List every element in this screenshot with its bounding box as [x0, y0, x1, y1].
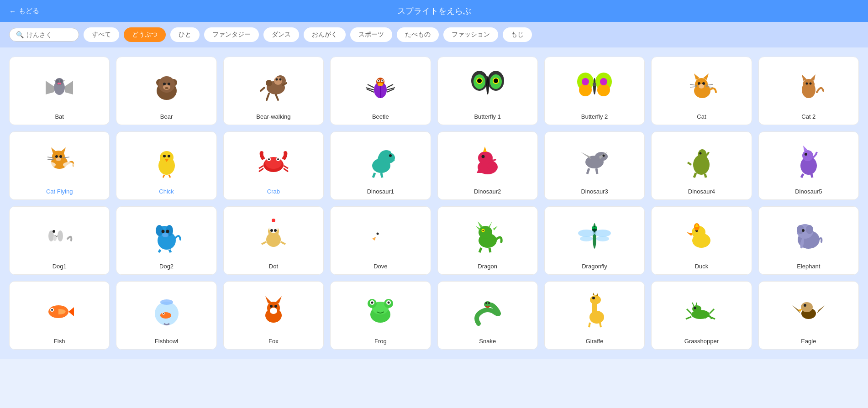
search-box[interactable]: 🔍: [9, 28, 79, 42]
svg-line-234: [710, 309, 714, 314]
svg-line-31: [368, 84, 374, 88]
svg-point-8: [59, 83, 61, 84]
sprite-card-butterfly2[interactable]: Butterfly 2: [544, 57, 645, 125]
sprite-card-frog[interactable]: Frog: [330, 281, 431, 350]
svg-line-103: [259, 168, 263, 172]
svg-line-110: [381, 173, 382, 178]
sprite-card-bear-walking[interactable]: Bear-walking: [223, 57, 324, 125]
svg-point-231: [692, 305, 701, 313]
svg-point-155: [270, 229, 273, 232]
filter-fashion[interactable]: ファッション: [443, 27, 498, 42]
svg-point-57: [582, 78, 589, 85]
svg-point-141: [53, 235, 57, 241]
svg-point-38: [382, 80, 383, 81]
sprite-card-dinosaur2[interactable]: Dinosaur2: [437, 131, 538, 200]
svg-line-109: [373, 173, 375, 178]
sprite-label-elephant: Elephant: [797, 263, 820, 270]
svg-marker-113: [483, 146, 487, 152]
sprite-image-cat-flying: [12, 136, 106, 183]
sprite-card-beetle[interactable]: Beetle: [330, 57, 431, 125]
filter-music[interactable]: おんがく: [304, 27, 346, 42]
svg-marker-162: [365, 227, 374, 234]
filter-people[interactable]: ひと: [170, 27, 200, 42]
sprite-card-fish[interactable]: Fish: [9, 281, 110, 350]
svg-line-129: [688, 162, 691, 165]
sprite-card-giraffe[interactable]: Giraffe: [544, 281, 645, 350]
sprite-card-snake[interactable]: Snake: [437, 281, 538, 350]
sprite-label-bear: Bear: [160, 113, 173, 120]
svg-point-6: [60, 79, 63, 83]
sprite-card-fishbowl[interactable]: Fishbowl: [116, 281, 216, 350]
svg-point-37: [378, 80, 379, 81]
filter-letters[interactable]: もじ: [503, 27, 532, 42]
sprite-card-bear[interactable]: Bear: [116, 57, 216, 125]
filter-food[interactable]: たべもの: [397, 27, 439, 42]
sprite-card-cat2[interactable]: Cat 2: [758, 57, 859, 125]
svg-point-217: [371, 301, 374, 303]
svg-point-14: [163, 83, 166, 85]
sprite-card-dragonfly[interactable]: Dragonfly: [544, 206, 645, 275]
svg-line-127: [694, 173, 696, 178]
sprite-card-eagle[interactable]: Eagle: [758, 281, 859, 350]
sprite-card-fox[interactable]: Fox: [223, 281, 324, 350]
svg-point-16: [165, 87, 168, 89]
svg-point-147: [166, 230, 169, 233]
filter-animals[interactable]: どうぶつ: [124, 27, 166, 42]
svg-marker-196: [68, 307, 74, 316]
filter-all[interactable]: すべて: [84, 27, 119, 42]
sprite-label-fox: Fox: [268, 338, 279, 345]
sprite-card-elephant[interactable]: Elephant: [758, 206, 859, 275]
svg-point-131: [802, 150, 813, 161]
svg-line-135: [811, 174, 812, 178]
sprite-card-grasshopper[interactable]: Grasshopper: [651, 281, 752, 350]
svg-point-116: [481, 155, 484, 158]
sprite-card-dot[interactable]: Dot: [223, 206, 324, 275]
svg-marker-2: [65, 81, 73, 94]
svg-line-128: [705, 174, 706, 178]
svg-line-105: [284, 168, 288, 172]
svg-line-102: [259, 166, 263, 168]
svg-marker-173: [493, 226, 498, 230]
filter-fantasy[interactable]: ファンタジー: [204, 27, 259, 42]
filter-sports[interactable]: スポーツ: [350, 27, 392, 42]
sprite-card-chick[interactable]: Chick: [116, 131, 216, 200]
sprite-label-frog: Frog: [374, 338, 387, 345]
svg-line-95: [169, 175, 170, 178]
svg-marker-207: [275, 296, 282, 303]
svg-point-5: [56, 79, 59, 83]
sprite-card-cat[interactable]: Cat: [651, 57, 752, 125]
svg-point-198: [51, 309, 53, 311]
sprite-image-frog: [333, 286, 427, 333]
svg-point-83: [56, 157, 61, 161]
sprite-card-dove[interactable]: Dove: [330, 206, 431, 275]
page-title: スプライトをえらぶ: [397, 5, 471, 16]
svg-point-126: [700, 152, 702, 154]
sprite-card-dragon[interactable]: Dragon: [437, 206, 538, 275]
sprite-card-dinosaur5[interactable]: Dinosaur5: [758, 131, 859, 200]
sprite-card-bat[interactable]: Bat: [9, 57, 110, 125]
sprite-label-bat: Bat: [55, 113, 64, 120]
svg-line-150: [169, 250, 171, 252]
sprite-image-bear-walking: [226, 62, 321, 109]
sprite-card-dinosaur3[interactable]: Dinosaur3: [544, 131, 645, 200]
sprite-card-butterfly1[interactable]: Butterfly 1: [437, 57, 538, 125]
sprite-card-dinosaur1[interactable]: Dinosaur1: [330, 131, 431, 200]
sprite-image-dinosaur4: [654, 136, 748, 183]
sprite-image-dinosaur5: [762, 136, 856, 183]
filter-dance[interactable]: ダンス: [263, 27, 299, 42]
sprite-image-dinosaur2: [441, 136, 535, 183]
sprite-card-dinosaur4[interactable]: Dinosaur4: [651, 131, 752, 200]
svg-point-91: [163, 155, 166, 157]
search-input[interactable]: [26, 31, 72, 38]
sprite-card-dog2[interactable]: Dog2: [116, 206, 216, 275]
svg-point-193: [806, 225, 813, 234]
back-button[interactable]: ← もどる: [9, 7, 39, 16]
svg-point-171: [482, 230, 484, 231]
sprite-card-duck[interactable]: Duck: [651, 206, 752, 275]
sprite-image-fishbowl: [119, 286, 213, 333]
sprite-image-crab: [226, 136, 321, 183]
sprite-card-crab[interactable]: Crab: [223, 131, 324, 200]
svg-line-233: [686, 317, 691, 319]
sprite-card-cat-flying[interactable]: Cat Flying: [9, 131, 110, 200]
sprite-card-dog1[interactable]: Dog1: [9, 206, 110, 275]
